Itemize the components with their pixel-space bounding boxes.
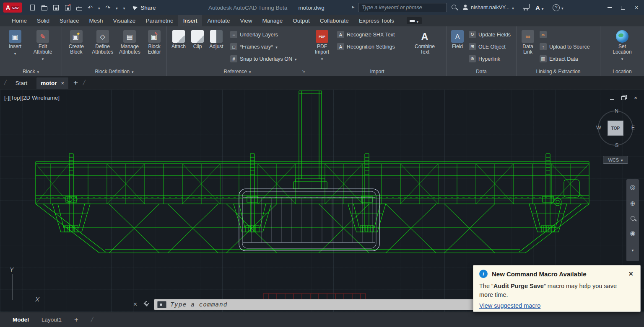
panel-label-data[interactable]: Data	[447, 67, 516, 76]
command-input[interactable]: Type a command	[154, 299, 475, 310]
save-icon[interactable]	[53, 5, 59, 10]
clip-button[interactable]: Clip	[190, 28, 205, 67]
tab-motor[interactable]: motor ×	[36, 77, 68, 89]
account-menu[interactable]: nishant.naikVY...	[462, 0, 514, 15]
data-link-button[interactable]: ∞ Data Link	[519, 28, 537, 67]
view-suggested-macro-link[interactable]: View suggested macro	[479, 302, 540, 309]
update-fields-button[interactable]: ↻ Update Fields	[469, 28, 511, 41]
tab-layout1[interactable]: Layout1	[42, 317, 62, 323]
recognition-settings-button[interactable]: A Recognition Settings	[337, 41, 410, 53]
undo-icon[interactable]: ↶	[88, 4, 93, 11]
attach-button[interactable]: Attach	[169, 28, 188, 67]
viewport-label[interactable]: [-][Top][2D Wireframe]	[4, 95, 60, 101]
panel-label-reference[interactable]: Reference ↘	[167, 67, 308, 76]
chevron-right-icon[interactable]: ▸	[352, 4, 355, 10]
create-block-button[interactable]: ▣★ Create Block	[64, 28, 88, 67]
viewcube-top-face[interactable]: TOP	[608, 121, 623, 136]
recognize-shx-button[interactable]: A Recognize SHX Text	[337, 28, 410, 41]
edit-attribute-button[interactable]: ✎ Edit Attribute	[30, 28, 56, 67]
tab-insert[interactable]: Insert	[178, 15, 203, 26]
tab-express-tools[interactable]: Express Tools	[354, 15, 399, 26]
tab-view[interactable]: View	[235, 15, 257, 26]
combine-text-button[interactable]: A Combine Text	[412, 28, 438, 67]
viewport-close-icon[interactable]: ×	[632, 95, 639, 100]
pdf-import-button[interactable]: PDF PDF Import	[310, 28, 334, 67]
upload-to-source-button[interactable]: ↑ Upload to Source	[540, 41, 590, 53]
panel-label-linking[interactable]: Linking & Extraction	[517, 67, 600, 76]
redo-icon[interactable]: ↷	[106, 4, 111, 11]
tab-start[interactable]: Start	[11, 77, 32, 89]
tab-close-icon[interactable]: ×	[61, 80, 65, 86]
navbar-more-icon[interactable]	[632, 246, 634, 253]
close-button[interactable]: ×	[630, 0, 643, 15]
customize-toolbar-icon[interactable]	[123, 4, 125, 11]
save-as-icon[interactable]	[65, 5, 70, 10]
insert-button[interactable]: ▣ Insert	[2, 28, 28, 67]
panel-label-location[interactable]: Location	[600, 67, 644, 76]
tab-parametric[interactable]: Parametric	[140, 15, 178, 26]
tab-output[interactable]: Output	[288, 15, 315, 26]
plot-icon[interactable]	[76, 7, 82, 10]
viewcube-south[interactable]: S	[615, 142, 618, 148]
autodesk-app-menu[interactable]: A	[535, 0, 543, 15]
viewport-restore-icon[interactable]	[621, 95, 627, 100]
panel-label-import[interactable]: Import	[308, 67, 446, 76]
search-input[interactable]: Type a keyword or phrase	[358, 3, 447, 12]
wcs-dropdown[interactable]: WCS	[603, 156, 628, 164]
tab-annotate[interactable]: Annotate	[202, 15, 235, 26]
ole-object-button[interactable]: ⊞ OLE Object	[469, 41, 511, 53]
maximize-button[interactable]	[616, 0, 630, 15]
viewport-minimize-icon[interactable]	[609, 95, 615, 100]
command-close-icon[interactable]: ×	[133, 301, 137, 308]
link-tools-button[interactable]: ∞	[540, 28, 590, 41]
title-bar: A CAD ↶ ↷ Share Autodesk AutoCAD Turing …	[0, 0, 644, 15]
viewcube-west[interactable]: W	[596, 125, 601, 131]
tab-manage[interactable]: Manage	[257, 15, 288, 26]
block-editor-button[interactable]: ▣✎ Block Editor	[144, 28, 164, 67]
set-location-button[interactable]: Set Location	[609, 28, 635, 67]
new-drawing-tab-button[interactable]: +	[73, 78, 78, 88]
adjust-button[interactable]: Adjust	[207, 28, 226, 67]
define-attributes-button[interactable]: ◇ Define Attributes	[90, 28, 115, 67]
field-button[interactable]: A Field	[449, 28, 466, 67]
tab-surface[interactable]: Surface	[55, 15, 84, 26]
tab-collaborate[interactable]: Collaborate	[315, 15, 354, 26]
redo-dropdown-icon[interactable]	[116, 4, 118, 11]
tab-model[interactable]: Model	[13, 317, 29, 323]
tab-solid[interactable]: Solid	[32, 15, 55, 26]
zoom-icon[interactable]	[631, 216, 635, 221]
customize-command-icon[interactable]	[142, 301, 149, 308]
underlay-layers-button[interactable]: ≡ Underlay Layers	[230, 28, 297, 41]
insert-label: Insert	[9, 44, 21, 49]
viewcube-east[interactable]: E	[631, 125, 635, 131]
minimize-button[interactable]	[603, 0, 616, 15]
open-file-icon[interactable]	[41, 6, 47, 10]
command-prompt-icon[interactable]	[157, 301, 166, 308]
viewcube[interactable]: N S W E TOP	[595, 108, 636, 148]
ribbon-display-toggle[interactable]	[407, 17, 422, 24]
panel-label-block[interactable]: Block	[0, 67, 62, 76]
orbit-icon[interactable]: ◉	[630, 229, 635, 237]
pan-icon[interactable]: ⊕	[630, 200, 636, 207]
undo-dropdown-icon[interactable]	[98, 4, 100, 11]
tab-visualize[interactable]: Visualize	[108, 15, 141, 26]
search-icon[interactable]	[452, 5, 456, 9]
panel-label-block-definition[interactable]: Block Definition	[62, 67, 166, 76]
share-button[interactable]: Share	[133, 5, 156, 11]
new-layout-button[interactable]: +	[74, 316, 78, 324]
tab-home[interactable]: Home	[7, 15, 32, 26]
new-file-icon[interactable]	[30, 5, 35, 10]
navigation-wheel-icon[interactable]: ◎	[630, 183, 635, 191]
viewcube-north[interactable]: N	[615, 108, 618, 114]
autocad-logo[interactable]: A CAD	[3, 3, 22, 13]
reference-launcher-icon[interactable]: ↘	[302, 69, 305, 73]
notification-close-icon[interactable]: ×	[627, 270, 634, 277]
manage-attributes-button[interactable]: ▤ Manage Attributes	[117, 28, 143, 67]
frames-dropdown[interactable]: □ *Frames vary*	[230, 41, 297, 53]
snap-to-underlays-button[interactable]: # Snap to Underlays ON	[230, 53, 297, 65]
cart-icon[interactable]	[523, 4, 530, 9]
tab-mesh[interactable]: Mesh	[84, 15, 108, 26]
help-menu[interactable]: ?	[553, 0, 564, 15]
extract-data-button[interactable]: ▥ Extract Data	[540, 53, 590, 65]
hyperlink-button[interactable]: ⊕ Hyperlink	[469, 53, 511, 65]
